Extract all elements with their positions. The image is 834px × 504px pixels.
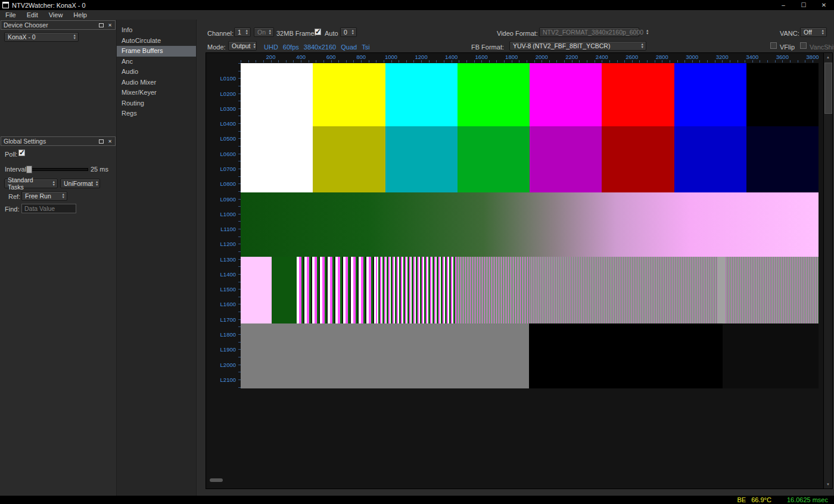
- line-number-label: L0200: [206, 91, 236, 97]
- color-bar: [313, 63, 385, 126]
- interval-slider[interactable]: [27, 168, 88, 171]
- line-number-label: L1700: [206, 316, 236, 323]
- ruler-tick-label: 3000: [686, 54, 698, 60]
- float-panel-icon[interactable]: [97, 138, 105, 145]
- channel-enable-select[interactable]: On ▲▼: [254, 27, 274, 37]
- titlebar[interactable]: NTV2Watcher: KonaX - 0 – ☐ ✕: [0, 0, 834, 10]
- find-input[interactable]: [21, 204, 76, 213]
- updown-arrows-icon[interactable]: ▲▼: [639, 43, 644, 49]
- updown-arrows-icon[interactable]: ▲▼: [266, 29, 272, 35]
- updown-arrows-icon[interactable]: ▲▼: [349, 29, 354, 35]
- close-panel-icon[interactable]: ✕: [106, 22, 114, 29]
- color-bar: [602, 126, 674, 192]
- scroll-down-icon[interactable]: ▼: [824, 480, 832, 489]
- fb-format-value: YUV-8 (NTV2_FBF_8BIT_YCBCR): [513, 42, 610, 49]
- device-chooser-titlebar[interactable]: Device Chooser ✕: [1, 20, 116, 30]
- scroll-up-icon[interactable]: ▲: [824, 53, 832, 61]
- video-format-value: NTV2_FORMAT_3840x2160p_6000: [543, 29, 643, 36]
- vertical-scrollbar-thumb[interactable]: [824, 63, 832, 114]
- line-number-label: L1000: [206, 211, 236, 217]
- nav-item-autocirculate[interactable]: AutoCirculate: [117, 36, 196, 46]
- updown-arrows-icon[interactable]: ▲▼: [93, 181, 98, 186]
- nav-item-info[interactable]: Info: [117, 25, 196, 36]
- menu-edit[interactable]: Edit: [21, 11, 43, 18]
- vancshift-checkbox[interactable]: [800, 42, 807, 49]
- vertical-scrollbar[interactable]: ▲ ▼: [823, 53, 832, 489]
- device-select[interactable]: KonaX - 0 ▲▼: [4, 32, 79, 42]
- ruler-tick-label: 1800: [505, 54, 518, 60]
- float-panel-icon[interactable]: [97, 22, 105, 29]
- line-number-label: L0900: [206, 196, 236, 203]
- updown-arrows-icon[interactable]: ▲▼: [251, 43, 256, 49]
- maximize-button[interactable]: ☐: [793, 0, 814, 10]
- find-label: Find:: [5, 206, 19, 213]
- fb-format-select[interactable]: YUV-8 (NTV2_FBF_8BIT_YCBCR) ▲▼: [509, 41, 646, 51]
- ruler-tick-label: 400: [296, 54, 306, 60]
- status-elapsed-time: 16.0625 msec: [787, 496, 828, 503]
- close-panel-icon[interactable]: ✕: [106, 138, 114, 145]
- nav-item-anc[interactable]: Anc: [117, 57, 196, 67]
- updown-arrows-icon[interactable]: ▲▼: [60, 193, 65, 199]
- frame32-checkbox[interactable]: [315, 29, 321, 35]
- tasks-select[interactable]: Standard Tasks ▲▼: [4, 179, 58, 188]
- minimize-button[interactable]: –: [773, 0, 793, 10]
- global-settings-titlebar[interactable]: Global Settings ✕: [1, 136, 116, 146]
- interval-label: Interval:: [5, 166, 28, 173]
- uniformat-select[interactable]: UniFormat ▲▼: [60, 179, 100, 188]
- close-button[interactable]: ✕: [814, 0, 834, 10]
- color-bar: [313, 126, 385, 192]
- pattern-segment: [726, 257, 819, 323]
- poll-checkbox[interactable]: [18, 150, 25, 156]
- window-controls: – ☐ ✕: [773, 0, 834, 10]
- nav-item-audio[interactable]: Audio: [117, 67, 196, 77]
- auto-spinner[interactable]: 0 ▲▼: [340, 27, 357, 37]
- horizontal-scrollbar-thumb[interactable]: [210, 478, 223, 482]
- line-number-label: L0300: [206, 105, 236, 112]
- vanc-select[interactable]: Off ▲▼: [800, 27, 827, 37]
- updown-arrows-icon[interactable]: ▲▼: [643, 29, 649, 35]
- updown-arrows-icon[interactable]: ▲▼: [50, 181, 55, 186]
- nav-item-audio-mixer[interactable]: Audio Mixer: [117, 77, 196, 88]
- color-bar: [385, 63, 458, 126]
- line-number-label: L0800: [206, 181, 236, 187]
- ruler-tick-label: 1200: [415, 54, 428, 60]
- line-number-label: L1400: [206, 271, 236, 278]
- uniformat-select-value: UniFormat: [64, 180, 93, 187]
- frame-section-lower-fields: [241, 323, 819, 388]
- color-bar: [241, 126, 313, 192]
- frame-section-bars-75: [241, 126, 819, 192]
- color-bar: [385, 126, 458, 192]
- video-format-label: Video Format:: [497, 30, 538, 37]
- updown-arrows-icon[interactable]: ▲▼: [243, 29, 248, 35]
- interval-slider-handle[interactable]: [26, 166, 32, 173]
- channel-spinner[interactable]: 1 ▲▼: [234, 27, 251, 37]
- nav-item-regs[interactable]: Regs: [117, 108, 196, 119]
- pattern-segment: [297, 257, 376, 323]
- tag-resolution: 3840x2160: [304, 43, 336, 51]
- video-format-select[interactable]: NTV2_FORMAT_3840x2160p_6000 ▲▼: [539, 27, 639, 37]
- mode-select[interactable]: Output ▲▼: [228, 41, 257, 51]
- vflip-checkbox[interactable]: [770, 42, 777, 49]
- channel-value: 1: [238, 29, 241, 36]
- ruler-tick-label: 200: [266, 54, 276, 60]
- format-tags: UHD60fps3840x2160QuadTsi: [264, 43, 375, 51]
- nav-item-mixer-keyer[interactable]: Mixer/Keyer: [117, 88, 196, 98]
- ruler-tick-label: 3200: [716, 54, 729, 60]
- frame-buffer-viewer[interactable]: 2004006008001000120014001600180020002200…: [206, 52, 833, 489]
- menu-help[interactable]: Help: [68, 11, 92, 18]
- color-bar: [674, 126, 746, 192]
- ref-select[interactable]: Free Run ▲▼: [21, 191, 67, 201]
- updown-arrows-icon[interactable]: ▲▼: [71, 34, 76, 40]
- app-window: NTV2Watcher: KonaX - 0 – ☐ ✕ File Edit V…: [0, 0, 834, 504]
- ruler-tick-label: 3800: [806, 54, 819, 60]
- ruler-tick-label: 800: [356, 54, 366, 60]
- ruler-tick-label: 1600: [475, 54, 488, 60]
- interval-value: 25 ms: [91, 166, 108, 173]
- updown-arrows-icon[interactable]: ▲▼: [819, 29, 824, 35]
- menu-file[interactable]: File: [0, 11, 21, 18]
- nav-item-routing[interactable]: Routing: [117, 98, 196, 109]
- global-settings-panel: Global Settings ✕ Poll: Interval: 25 ms …: [0, 136, 116, 496]
- line-number-label: L2100: [206, 377, 236, 383]
- menu-view[interactable]: View: [43, 11, 69, 18]
- nav-item-frame-buffers[interactable]: Frame Buffers: [117, 46, 196, 57]
